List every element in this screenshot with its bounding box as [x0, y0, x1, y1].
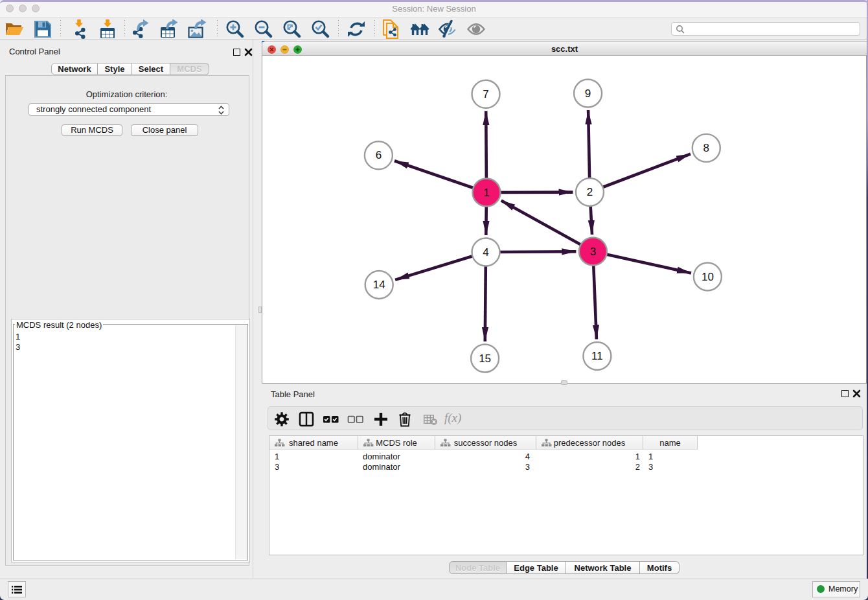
svg-text:9: 9 [585, 87, 591, 100]
svg-text:3: 3 [590, 246, 596, 258]
svg-text:4: 4 [483, 246, 488, 259]
svg-text:6: 6 [376, 149, 382, 161]
svg-text:8: 8 [703, 142, 709, 154]
svg-text:11: 11 [591, 350, 603, 362]
svg-text:1: 1 [483, 187, 489, 199]
svg-text:14: 14 [373, 279, 385, 291]
svg-text:7: 7 [483, 88, 488, 100]
svg-text:2: 2 [587, 186, 593, 198]
svg-text:10: 10 [702, 271, 714, 283]
svg-text:15: 15 [479, 352, 491, 365]
